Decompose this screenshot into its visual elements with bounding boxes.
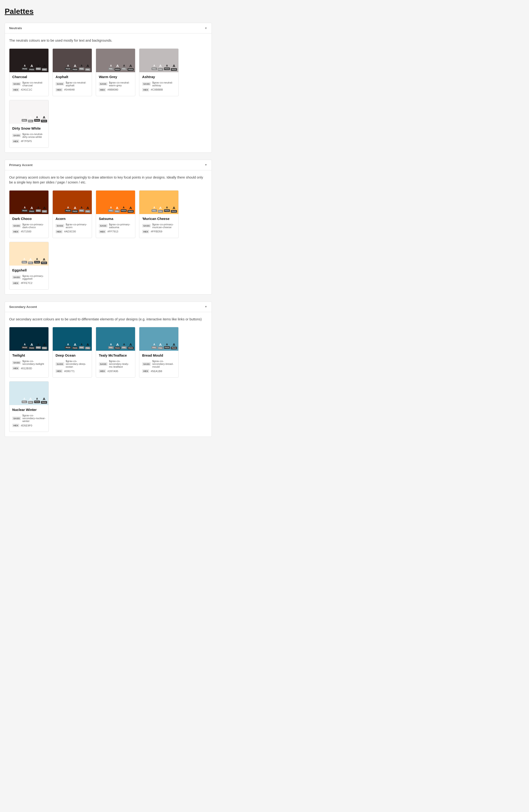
- accessibility-row: A FAIL A FAIL A PASS A PASS: [10, 116, 48, 122]
- color-name: Deep Ocean: [56, 353, 89, 357]
- hex-meta: HEX #8B8080: [99, 88, 132, 91]
- sass-meta: SASS $grav-co-neutral-dirty-snow-white: [12, 133, 46, 138]
- sass-value: $grav-co-secondary-twilight: [23, 360, 46, 365]
- accessibility-row: A FAIL A FAIL A PASS A PASS: [10, 258, 48, 264]
- sass-value: $grav-co-secondary-tealy-mc-tealface: [109, 360, 132, 368]
- hex-meta: HEX #FF7913: [99, 230, 132, 233]
- acc-small-white: A PASS: [22, 206, 28, 212]
- palette-grid-neutrals: A PASS A PASS A FAIL A FAIL: [9, 48, 207, 148]
- page-title: Palettes: [5, 7, 212, 16]
- section-arrow-primary-accent: ▼: [204, 163, 207, 166]
- color-name: Dirty Snow White: [12, 127, 46, 130]
- palette-card-acorn: A PASS A PASS A FAIL A FAIL: [53, 190, 92, 238]
- accessibility-row: A FAIL A FAIL A PASS A PASS: [139, 64, 178, 71]
- sass-meta: SASS $grav-co-secondary-tealy-mc-tealfac…: [99, 360, 132, 368]
- section-title-primary-accent: Primary Accent: [9, 163, 32, 167]
- hex-meta: HEX #AD3C00: [56, 230, 89, 233]
- color-name: 'Murican Cheese: [142, 217, 175, 221]
- color-name: Ashtray: [142, 75, 175, 79]
- hex-label: HEX: [12, 424, 19, 427]
- acc-large-black: A FAIL: [85, 206, 90, 213]
- acc-small-black: A FAIL: [36, 65, 41, 70]
- section-body-secondary-accent: Our secondary accent colours are to be u…: [5, 312, 212, 437]
- section-header-primary-accent[interactable]: Primary Accent ▼: [5, 160, 212, 170]
- section-neutrals: Neutrals ▼ The neutrals colours are to b…: [5, 23, 212, 153]
- palette-card-dirty-snow-white: A FAIL A FAIL A PASS A PASS: [9, 100, 49, 148]
- acc-small-white: A FAIL: [152, 344, 157, 349]
- sass-meta: SASS $grav-co-secondary-bread-mould: [142, 360, 175, 368]
- section-header-secondary-accent[interactable]: Secondary Accent ▼: [5, 302, 212, 312]
- acc-small-black: A PASS: [34, 398, 40, 403]
- acc-small-black: A FAIL: [36, 344, 41, 349]
- hex-meta: HEX #FFBD59: [142, 230, 175, 233]
- section-body-primary-accent: Our primary accent colours are to be use…: [5, 170, 212, 294]
- hex-label: HEX: [142, 88, 149, 91]
- hex-value: #287A95: [107, 370, 118, 373]
- hex-label: HEX: [12, 230, 19, 233]
- hex-value: #5EA1B8: [151, 370, 162, 373]
- sass-label: SASS: [12, 134, 21, 137]
- color-name: Warm Grey: [99, 75, 132, 79]
- color-swatch: A FAIL A FAIL A PASS A PASS: [139, 49, 178, 72]
- accessibility-row: A FAIL A PASS A FAIL A PASS: [96, 343, 135, 349]
- card-info: Ashtray SASS $grav-co-neutral-ashtray HE…: [139, 72, 178, 96]
- hex-value: #C0BBBB: [151, 88, 163, 91]
- hex-label: HEX: [56, 230, 62, 233]
- section-description-secondary-accent: Our secondary accent colours are to be u…: [9, 317, 207, 322]
- sass-label: SASS: [56, 82, 64, 86]
- acc-small-white: A PASS: [22, 344, 28, 349]
- color-name: Charcoal: [12, 75, 46, 79]
- color-name: Nuclear Winter: [12, 408, 46, 412]
- palette-card-eggshell: A FAIL A FAIL A PASS A PASS: [9, 242, 49, 290]
- hex-label: HEX: [99, 369, 106, 373]
- hex-meta: HEX #571500: [12, 230, 46, 233]
- card-info: Dark Choco SASS $grav-co-primary-dark-ch…: [10, 214, 48, 238]
- acc-small-white: A PASS: [65, 206, 71, 212]
- sass-value: $grav-co-secondary-nuclear-winter: [23, 414, 46, 422]
- hex-value: #AD3C00: [64, 230, 76, 233]
- acc-small-white: A PASS: [65, 344, 71, 349]
- card-info: Charcoal SASS $grav-co-neutral-charcoal …: [10, 72, 48, 96]
- acc-large-black: A PASS: [171, 64, 177, 71]
- card-info: 'Murican Cheese SASS $grav-co-primary-mu…: [139, 214, 178, 238]
- section-header-neutrals[interactable]: Neutrals ▼: [5, 23, 212, 33]
- sass-value: $grav-co-secondary-bread-mould: [152, 360, 175, 368]
- acc-small-black: A FAIL: [79, 344, 84, 349]
- hex-value: #D5E9F0: [21, 424, 32, 427]
- accessibility-row: A PASS A PASS A FAIL A FAIL: [10, 64, 48, 71]
- acc-large-white: A PASS: [115, 343, 121, 349]
- acc-large-white: A FAIL: [158, 343, 163, 349]
- accessibility-row: A PASS A PASS A FAIL A FAIL: [53, 206, 92, 213]
- sass-value: $grav-co-neutral-ashtray: [152, 81, 175, 87]
- acc-large-white: A PASS: [29, 206, 35, 213]
- accessibility-row: A FAIL A FAIL A PASS A PASS: [139, 343, 178, 349]
- sass-meta: SASS $grav-co-primary-acorn: [56, 223, 89, 229]
- color-swatch: A FAIL A FAIL A PASS A PASS: [96, 190, 135, 214]
- card-info: Dirty Snow White SASS $grav-co-neutral-d…: [10, 124, 48, 147]
- acc-small-white: A FAIL: [108, 344, 113, 349]
- acc-large-black: A PASS: [171, 206, 177, 213]
- section-primary-accent: Primary Accent ▼ Our primary accent colo…: [5, 160, 212, 294]
- sass-label: SASS: [99, 224, 108, 228]
- acc-small-black: A FAIL: [121, 65, 127, 70]
- acc-large-black: A PASS: [128, 206, 134, 213]
- hex-meta: HEX #012B3D: [12, 366, 46, 370]
- hex-value: #571500: [21, 230, 31, 233]
- sass-value: $grav-co-primary-eggshell: [23, 275, 46, 280]
- sass-label: SASS: [99, 82, 108, 86]
- hex-label: HEX: [99, 88, 106, 91]
- acc-large-white: A PASS: [29, 64, 35, 71]
- color-name: Tealy McTealface: [99, 353, 132, 357]
- acc-small-white: A PASS: [22, 65, 28, 70]
- hex-label: HEX: [12, 140, 19, 143]
- accessibility-row: A PASS A PASS A FAIL A FAIL: [10, 343, 48, 349]
- acc-small-black: A FAIL: [79, 206, 84, 212]
- acc-large-black: A PASS: [128, 343, 134, 349]
- accessibility-row: A FAIL A FAIL A PASS A PASS: [139, 206, 178, 213]
- color-swatch: A PASS A PASS A FAIL A FAIL: [10, 49, 48, 72]
- hex-value: #F7F5F5: [21, 140, 32, 143]
- acc-small-white: A PASS: [65, 65, 71, 70]
- acc-small-black: A PASS: [164, 344, 170, 349]
- palette-card-asphalt: A PASS A PASS A FAIL A FAIL: [53, 48, 92, 96]
- acc-small-black: A PASS: [164, 65, 170, 70]
